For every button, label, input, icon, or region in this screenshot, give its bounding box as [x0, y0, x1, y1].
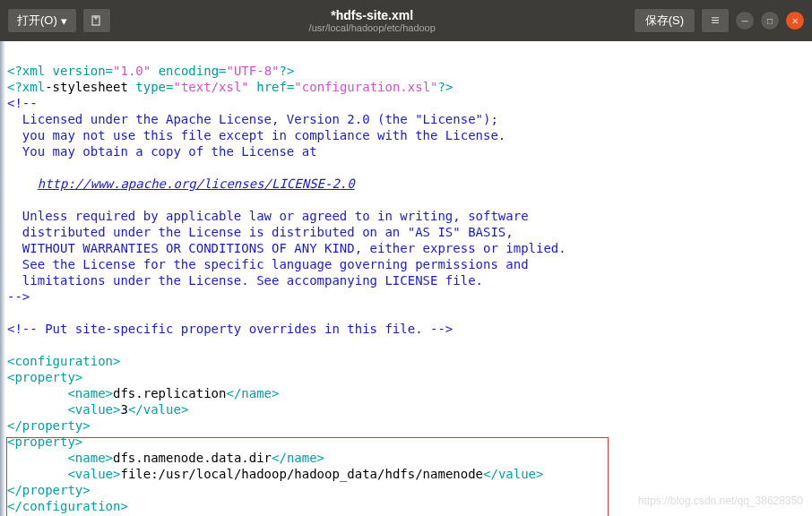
- str: "configuration.xsl": [294, 80, 437, 94]
- attr: type: [135, 80, 166, 94]
- tag: </name>: [226, 386, 279, 400]
- indent: [7, 467, 67, 481]
- open-button[interactable]: 打开(O) ▾: [7, 8, 77, 33]
- tag: </value>: [128, 402, 188, 417]
- comment2: <!-- Put site-specific property override…: [7, 322, 453, 336]
- license-url-link[interactable]: http://www.apache.org/licenses/LICENSE-2…: [38, 176, 355, 191]
- indent: [7, 451, 67, 465]
- hamburger-icon: ≡: [711, 13, 719, 29]
- tag: </name>: [272, 451, 324, 465]
- titlebar-right: 保存(S) ≡ ─ □ ✕: [634, 8, 805, 33]
- decl-close: ?>: [280, 64, 295, 78]
- text: dfs.namenode.data.dir: [113, 451, 272, 465]
- titlebar: 打开(O) ▾ *hdfs-site.xml /usr/local/hadoop…: [0, 0, 812, 41]
- decl-close: ?>: [438, 80, 454, 94]
- str: "text/xsl": [173, 80, 248, 94]
- new-tab-icon: [91, 14, 103, 27]
- maximize-button[interactable]: □: [760, 11, 780, 30]
- xml-decl: <?xml: [7, 64, 53, 78]
- xsl-decl: <?xml: [7, 80, 45, 94]
- tag: </property>: [7, 418, 91, 433]
- attr: encoding: [159, 64, 219, 78]
- tag: <configuration>: [7, 354, 120, 368]
- tag: <property>: [7, 370, 82, 384]
- str: "1.0": [113, 64, 151, 78]
- attr: version: [53, 64, 106, 78]
- text: 3: [120, 402, 127, 417]
- indent: [7, 386, 67, 400]
- maximize-icon: □: [767, 16, 773, 26]
- close-icon: ✕: [791, 16, 799, 26]
- titlebar-center: *hdfs-site.xml /usr/local/hadoop/etc/had…: [111, 8, 634, 33]
- comment: <!-- Licensed under the Apache License, …: [7, 96, 566, 304]
- tag: <name>: [67, 386, 113, 400]
- tag: <name>: [67, 451, 113, 465]
- text: file:/usr/local/hadoop/hadoop_data/hdfs/…: [120, 467, 483, 481]
- minimize-button[interactable]: ─: [735, 11, 755, 30]
- titlebar-left: 打开(O) ▾: [7, 8, 111, 33]
- editor-area[interactable]: <?xml version="1.0" encoding="UTF-8"?> <…: [0, 41, 812, 516]
- indent: [7, 402, 67, 417]
- tag: <value>: [67, 402, 120, 417]
- chevron-down-icon: ▾: [61, 14, 67, 28]
- new-tab-button[interactable]: [82, 8, 111, 33]
- tag: <property>: [7, 434, 82, 449]
- minimize-icon: ─: [741, 16, 747, 26]
- window-title: *hdfs-site.xml: [111, 8, 634, 22]
- close-button[interactable]: ✕: [785, 11, 805, 30]
- tag: </configuration>: [7, 499, 128, 513]
- tag: </property>: [7, 483, 91, 497]
- str: "UTF-8": [227, 64, 280, 78]
- attr: href: [256, 80, 287, 94]
- text: dfs.replication: [113, 386, 226, 400]
- kw: -stylesheet: [45, 80, 135, 94]
- tag: </value>: [483, 467, 543, 481]
- save-button[interactable]: 保存(S): [634, 8, 695, 33]
- window-subtitle: /usr/local/hadoop/etc/hadoop: [111, 22, 634, 33]
- open-label: 打开(O): [17, 13, 57, 29]
- menu-button[interactable]: ≡: [701, 8, 730, 33]
- tag: <value>: [67, 467, 120, 481]
- watermark: https://blog.csdn.net/qq_38628350: [638, 493, 803, 509]
